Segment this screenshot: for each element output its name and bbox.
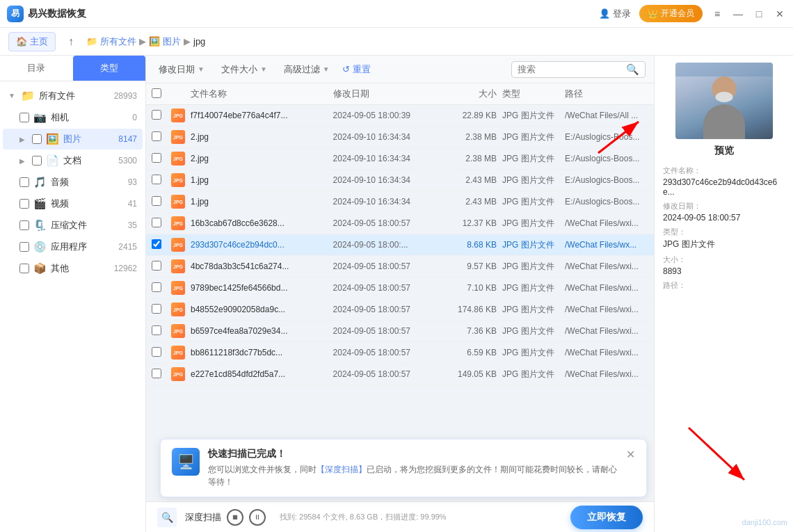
select-all-checkbox[interactable] bbox=[152, 88, 161, 98]
row-checkbox[interactable] bbox=[152, 304, 161, 314]
member-button[interactable]: 👑 开通会员 bbox=[639, 5, 703, 22]
file-size: 22.89 KB bbox=[440, 111, 502, 120]
login-button[interactable]: 👤 登录 bbox=[599, 8, 631, 20]
table-row[interactable]: JPG 1.jpg 2024-09-10 16:34:34 2.43 MB JP… bbox=[146, 191, 654, 213]
row-checkbox[interactable] bbox=[152, 175, 161, 184]
file-size: 2.43 MB bbox=[440, 197, 502, 207]
sidebar-label-apps: 应用程序 bbox=[51, 241, 114, 253]
row-checkbox[interactable] bbox=[152, 369, 161, 378]
table-row[interactable]: JPG bb8611218f3dc77b5dc... 2024-09-05 18… bbox=[146, 342, 654, 364]
images-icon: 🖼️ bbox=[46, 133, 59, 145]
toolbar: 修改日期 ▼ 文件大小 ▼ 高级过滤 ▼ ↺ 重置 🔍 bbox=[146, 56, 654, 83]
sidebar-count-archives: 35 bbox=[128, 220, 137, 230]
checkbox-video[interactable] bbox=[19, 199, 29, 209]
checkbox-docs[interactable] bbox=[32, 156, 42, 166]
breadcrumb: 📁 所有文件 ▶ 🖼️ 图片 ▶ jpg bbox=[86, 35, 205, 48]
file-name: e227e1cd854dfd2fd5a7... bbox=[191, 369, 333, 379]
checkbox-apps[interactable] bbox=[19, 242, 29, 252]
file-type: JPG 图片文件 bbox=[502, 282, 565, 294]
sidebar-item-archives[interactable]: 🗜️ 压缩文件 35 bbox=[3, 215, 143, 236]
row-checkbox[interactable] bbox=[152, 196, 161, 206]
file-date: 2024-09-05 18:00:... bbox=[333, 240, 440, 250]
file-name: b48552e90902058da9c... bbox=[191, 305, 333, 314]
file-size: 149.05 KB bbox=[440, 369, 502, 379]
breadcrumb-folder-icon: 📁 bbox=[86, 36, 97, 47]
file-size: 7.10 KB bbox=[440, 283, 502, 293]
sidebar-label-images: 图片 bbox=[63, 133, 114, 145]
minimize-button[interactable]: — bbox=[732, 8, 744, 20]
table-row[interactable]: JPG b6597ce4fea8a7029e34... 2024-09-05 1… bbox=[146, 321, 654, 342]
row-checkbox[interactable] bbox=[152, 347, 161, 357]
close-button[interactable]: ✕ bbox=[774, 8, 786, 20]
toast-close-button[interactable]: ✕ bbox=[626, 448, 635, 461]
breadcrumb-images[interactable]: 图片 bbox=[163, 35, 181, 48]
row-checkbox[interactable] bbox=[152, 110, 161, 120]
file-type: JPG 图片文件 bbox=[502, 153, 565, 165]
checkbox-others[interactable] bbox=[19, 264, 29, 273]
col-header-name: 文件名称 bbox=[191, 88, 333, 100]
table-row[interactable]: JPG e227e1cd854dfd2fd5a7... 2024-09-05 1… bbox=[146, 364, 654, 385]
checkbox-audio[interactable] bbox=[19, 177, 29, 187]
sidebar-item-audio[interactable]: 🎵 音频 93 bbox=[3, 172, 143, 193]
crown-icon: 👑 bbox=[648, 9, 658, 19]
maximize-button[interactable]: □ bbox=[753, 8, 765, 20]
table-row[interactable]: JPG b48552e90902058da9c... 2024-09-05 18… bbox=[146, 299, 654, 321]
row-checkbox[interactable] bbox=[152, 131, 161, 141]
table-row[interactable]: JPG 9789bec1425fe64566bd... 2024-09-05 1… bbox=[146, 277, 654, 299]
file-date: 2024-09-05 18:00:57 bbox=[333, 261, 440, 271]
toast-notification: 🖥️ 快速扫描已完成！ 您可以浏览文件并恢复，同时【深度扫描】已启动，将为您挖掘… bbox=[160, 439, 647, 497]
table-row[interactable]: JPG 16b3cab67d8cc6e3628... 2024-09-05 18… bbox=[146, 213, 654, 234]
sidebar-item-others[interactable]: 📦 其他 12962 bbox=[3, 258, 143, 279]
reset-icon: ↺ bbox=[342, 64, 350, 74]
file-path: E:/Auslogics-Boos... bbox=[565, 132, 648, 142]
sidebar-item-allfiles[interactable]: ▼ 📁 所有文件 28993 bbox=[3, 85, 143, 106]
stop-button[interactable]: ⏹ bbox=[227, 509, 243, 526]
sidebar: 目录 类型 ▼ 📁 所有文件 28993 📷 相机 0 ▶ 🖼️ bbox=[0, 56, 146, 532]
file-icon: JPG bbox=[171, 238, 185, 252]
row-checkbox[interactable] bbox=[152, 261, 161, 271]
table-row[interactable]: JPG f7f140074ebe776a4c4f7... 2024-09-05 … bbox=[146, 105, 654, 127]
sidebar-item-apps[interactable]: 💿 应用程序 2415 bbox=[3, 236, 143, 257]
preview-date-row: 修改日期： 2024-09-05 18:00:57 bbox=[663, 201, 785, 223]
tab-directory[interactable]: 目录 bbox=[0, 56, 73, 81]
file-icon: JPG bbox=[171, 130, 185, 144]
breadcrumb-allfiles[interactable]: 所有文件 bbox=[100, 35, 136, 48]
checkbox-archives[interactable] bbox=[19, 220, 29, 230]
file-size: 8.68 KB bbox=[440, 240, 502, 250]
date-filter-button[interactable]: 修改日期 ▼ bbox=[154, 61, 209, 79]
pause-button[interactable]: ⏸ bbox=[249, 509, 266, 526]
table-row[interactable]: JPG 2.jpg 2024-09-10 16:34:34 2.38 MB JP… bbox=[146, 127, 654, 148]
sidebar-item-video[interactable]: 🎬 视频 41 bbox=[3, 193, 143, 214]
home-button[interactable]: 🏠 主页 bbox=[8, 32, 56, 51]
row-checkbox[interactable] bbox=[152, 282, 161, 292]
checkbox-images[interactable] bbox=[32, 134, 42, 144]
search-input[interactable] bbox=[518, 64, 622, 74]
recover-button[interactable]: 立即恢复 bbox=[570, 506, 643, 529]
size-filter-button[interactable]: 文件大小 ▼ bbox=[217, 61, 271, 79]
advanced-filter-button[interactable]: 高级过滤 ▼ bbox=[280, 61, 334, 79]
table-row[interactable]: JPG 4bc78da3b3c541c6a274... 2024-09-05 1… bbox=[146, 256, 654, 277]
row-checkbox[interactable] bbox=[152, 153, 161, 163]
table-row[interactable]: JPG 293d307c46ce2b94dc0... 2024-09-05 18… bbox=[146, 234, 654, 256]
table-row[interactable]: JPG 1.jpg 2024-09-10 16:34:34 2.43 MB JP… bbox=[146, 170, 654, 191]
search-box[interactable]: 🔍 bbox=[511, 61, 646, 78]
sidebar-count-video: 41 bbox=[128, 199, 137, 209]
sidebar-item-docs[interactable]: ▶ 📄 文档 5300 bbox=[3, 150, 143, 171]
tab-type[interactable]: 类型 bbox=[73, 56, 146, 81]
row-checkbox[interactable] bbox=[152, 325, 161, 335]
reset-button[interactable]: ↺ 重置 bbox=[342, 63, 371, 76]
audio-icon: 🎵 bbox=[33, 176, 47, 188]
up-button[interactable]: ↑ bbox=[61, 32, 81, 51]
sidebar-item-camera[interactable]: 📷 相机 0 bbox=[3, 107, 143, 128]
row-checkbox[interactable] bbox=[152, 218, 161, 227]
checkbox-camera[interactable] bbox=[19, 113, 29, 122]
menu-button[interactable]: ≡ bbox=[711, 8, 723, 20]
file-type: JPG 图片文件 bbox=[502, 239, 565, 251]
row-checkbox[interactable] bbox=[152, 239, 161, 249]
status-bar: 🔍 深度扫描 ⏹ ⏸ 找到: 29584 个文件, 8.63 GB，扫描进度: … bbox=[146, 501, 654, 532]
file-size: 9.57 KB bbox=[440, 261, 502, 271]
table-row[interactable]: JPG 2.jpg 2024-09-10 16:34:34 2.38 MB JP… bbox=[146, 148, 654, 170]
preview-title: 预览 bbox=[714, 145, 734, 157]
sidebar-item-images[interactable]: ▶ 🖼️ 图片 8147 bbox=[3, 129, 143, 150]
scan-info: 找到: 29584 个文件, 8.63 GB，扫描进度: 99.99% bbox=[280, 512, 447, 522]
